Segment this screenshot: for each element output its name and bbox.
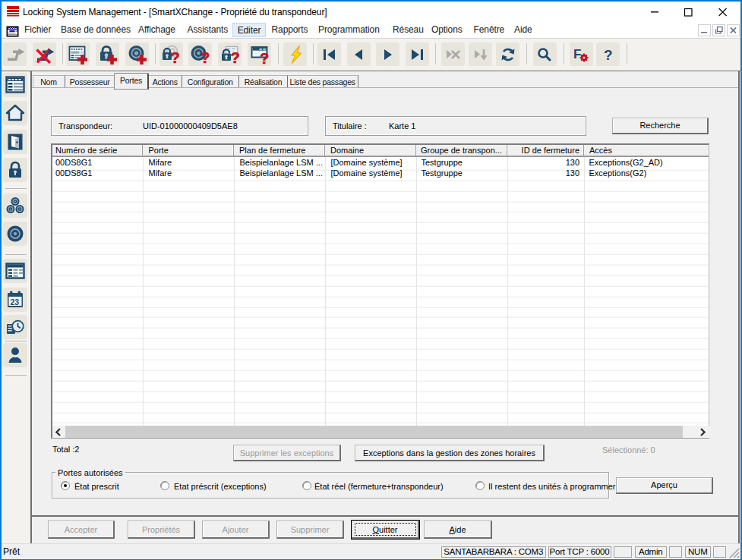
svg-text:23: 23	[11, 297, 20, 307]
svg-text:?: ?	[171, 49, 180, 65]
svg-text:?: ?	[230, 49, 239, 65]
svg-text:?: ?	[260, 49, 269, 64]
svg-text:?: ?	[200, 49, 210, 65]
svg-text:F: F	[573, 47, 581, 61]
svg-text:?: ?	[604, 47, 613, 63]
